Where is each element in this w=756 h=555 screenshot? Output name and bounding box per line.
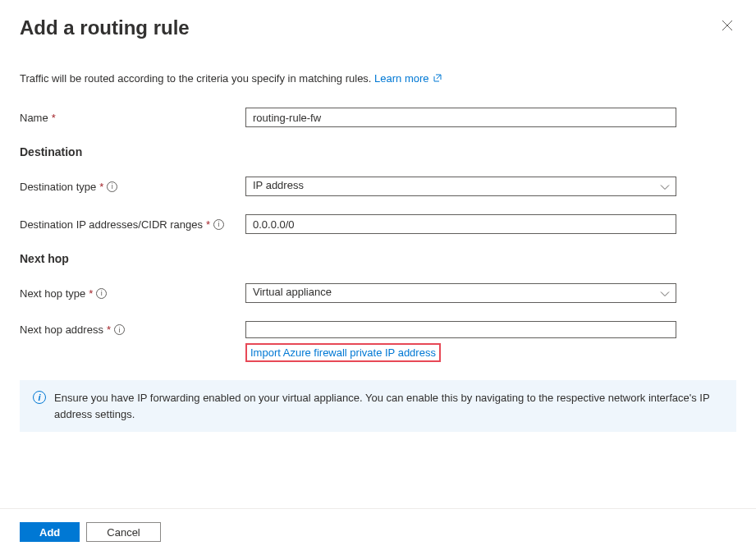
info-icon[interactable]: i <box>114 324 125 335</box>
required-indicator: * <box>52 112 56 124</box>
nexthop-type-label: Next hop type * i <box>20 287 245 300</box>
required-indicator: * <box>89 287 93 300</box>
nexthop-type-row: Next hop type * i Virtual appliance <box>20 283 736 303</box>
destination-cidr-input[interactable] <box>245 214 676 234</box>
external-link-icon <box>433 74 442 84</box>
description-content: Traffic will be routed according to the … <box>20 72 374 85</box>
info-banner-text: Ensure you have IP forwarding enabled on… <box>54 390 723 422</box>
info-banner-icon: i <box>33 391 46 404</box>
panel-header: Add a routing rule <box>20 16 736 39</box>
info-icon[interactable]: i <box>213 219 224 230</box>
name-label-text: Name <box>20 112 48 124</box>
destination-type-label-text: Destination type <box>20 181 96 193</box>
destination-type-row: Destination type * i IP address <box>20 177 736 196</box>
nexthop-address-row: Next hop address * i Import Azure firewa… <box>20 321 736 362</box>
page-title: Add a routing rule <box>20 16 190 39</box>
add-button[interactable]: Add <box>20 522 80 542</box>
learn-more-label: Learn more <box>374 72 428 85</box>
nexthop-type-select[interactable]: Virtual appliance <box>245 283 676 303</box>
import-firewall-ip-link[interactable]: Import Azure firewall private IP address <box>245 343 441 362</box>
destination-type-select[interactable]: IP address <box>245 177 676 196</box>
required-indicator: * <box>99 181 103 193</box>
name-row: Name * <box>20 108 736 127</box>
close-icon <box>722 20 733 31</box>
destination-cidr-row: Destination IP addresses/CIDR ranges * i <box>20 214 736 234</box>
destination-type-label: Destination type * i <box>20 181 245 193</box>
nexthop-address-input[interactable] <box>245 321 676 338</box>
destination-section-header: Destination <box>20 145 736 158</box>
name-label: Name * <box>20 112 245 124</box>
description-text: Traffic will be routed according to the … <box>20 72 736 85</box>
destination-cidr-label-text: Destination IP addresses/CIDR ranges <box>20 218 203 231</box>
learn-more-link[interactable]: Learn more <box>374 72 442 85</box>
nexthop-section-header: Next hop <box>20 252 736 265</box>
nexthop-type-label-text: Next hop type <box>20 287 85 300</box>
required-indicator: * <box>206 218 210 231</box>
required-indicator: * <box>107 323 111 336</box>
nexthop-address-label-text: Next hop address <box>20 323 103 336</box>
info-banner: i Ensure you have IP forwarding enabled … <box>20 380 736 432</box>
cancel-button[interactable]: Cancel <box>86 522 160 542</box>
destination-cidr-label: Destination IP addresses/CIDR ranges * i <box>20 218 245 231</box>
info-icon[interactable]: i <box>107 181 117 192</box>
info-icon[interactable]: i <box>96 288 107 299</box>
nexthop-address-label: Next hop address * i <box>20 321 245 336</box>
close-button[interactable] <box>718 16 736 37</box>
panel-footer: Add Cancel <box>0 508 756 555</box>
name-input[interactable] <box>245 108 676 127</box>
